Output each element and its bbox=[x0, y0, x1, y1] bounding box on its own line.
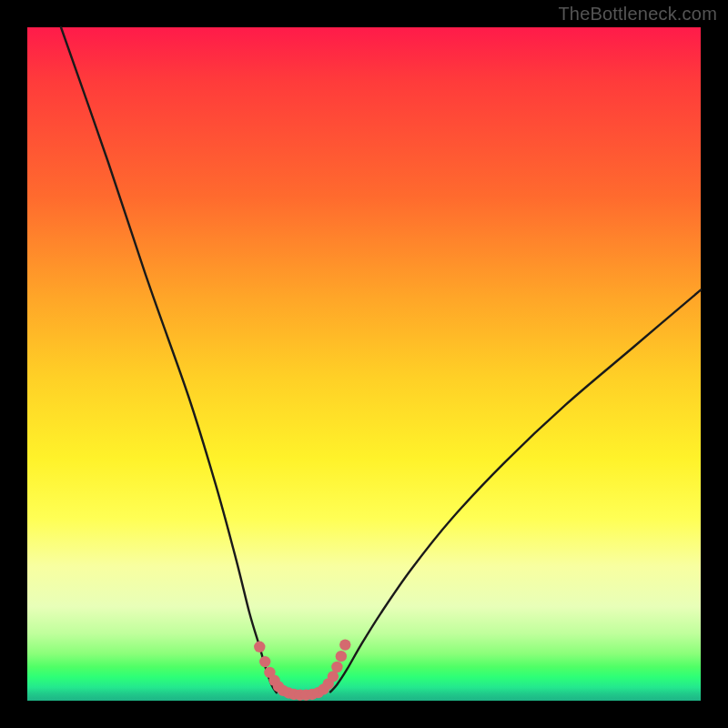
watermark-text: TheBottleneck.com bbox=[558, 4, 717, 25]
left-curve bbox=[61, 27, 277, 693]
valley-marker-dot bbox=[339, 639, 350, 650]
valley-marker-dot bbox=[331, 662, 342, 672]
valley-marker-dot bbox=[336, 651, 347, 662]
valley-marker-dot bbox=[254, 642, 265, 652]
plot-area bbox=[27, 27, 701, 701]
valley-markers bbox=[254, 639, 350, 701]
chart-frame: TheBottleneck.com bbox=[0, 0, 728, 728]
curve-layer bbox=[27, 27, 701, 701]
valley-marker-dot bbox=[259, 656, 270, 667]
right-curve bbox=[330, 290, 701, 693]
